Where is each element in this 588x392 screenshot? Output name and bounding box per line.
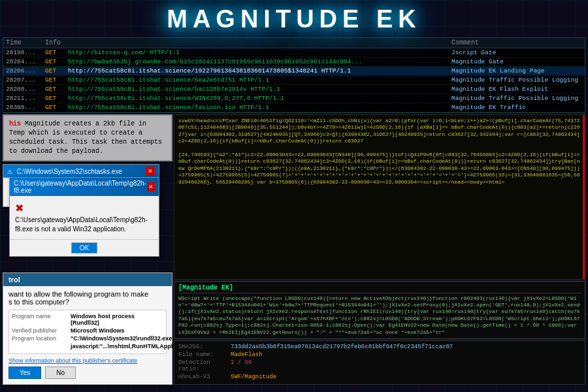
- log-comment: Magnitude EK Landing Page: [451, 67, 582, 74]
- hash-row-av: AhnLab-V3 SWF/Magnitude: [178, 374, 581, 380]
- log-time: 28204...: [6, 58, 45, 65]
- log-time: 28206...: [6, 67, 45, 74]
- detail-row-publisher: Verified publisher Microsoft Windows: [12, 327, 163, 334]
- error-icon: ✖: [15, 201, 24, 216]
- log-method: GET: [45, 58, 68, 65]
- filename-value: MadeFlash: [231, 351, 581, 358]
- log-row[interactable]: 28308... GET http://755cat58c8i.itshat.s…: [3, 103, 585, 112]
- log-comment: Magnitude Gate: [451, 58, 582, 65]
- log-url: http://755cat58c8i.itshat.science/bac128…: [68, 86, 451, 93]
- log-url: http://755cat58c8i.itshat.science/WINX20…: [68, 95, 451, 102]
- detail-label-name: Program name: [12, 313, 71, 326]
- log-url: http://755cat58c8i.itshat.science/6ea2e0…: [68, 76, 451, 84]
- error-buttons: OK: [10, 239, 159, 256]
- detail-value-name: Windows host process (Rundll32): [71, 313, 163, 326]
- uac-dialog: trol want to allow the following program…: [3, 272, 172, 385]
- uac-link[interactable]: Show information about this publisher's …: [8, 357, 167, 364]
- detail-label-location: Program location: [12, 335, 71, 342]
- ok-button[interactable]: OK: [71, 242, 97, 253]
- uac-cert-link[interactable]: Show information about this publisher's …: [8, 357, 137, 364]
- log-url: http://bitcoin-q.com/ HTTP/1.1: [68, 49, 451, 56]
- detail-row-location: Program location "C:\Windows\System32\ru…: [12, 335, 163, 342]
- warning-icon: ⚠: [7, 169, 12, 175]
- detail-label-args: [12, 343, 71, 350]
- description-text: his Magnitude creates a 2kb file in Temp…: [9, 120, 162, 155]
- uac-body: want to allow the following program to m…: [3, 286, 172, 384]
- uac-no-button[interactable]: No: [45, 367, 76, 379]
- log-comment: Magnitude Traffic Possible Logging: [451, 95, 582, 102]
- log-row[interactable]: 28208... GET http://755cat58c8i.itshat.s…: [3, 85, 585, 94]
- uac-question: want to allow the following program to m…: [8, 290, 167, 306]
- uac-buttons: Yes No: [8, 364, 167, 380]
- analysis-box: [Magnitude EK] WScript.Write (unescape("…: [174, 281, 585, 339]
- uac-yes-button[interactable]: Yes: [8, 367, 41, 379]
- log-row[interactable]: 28204... GET http://bw9a8363bj.growsbe.c…: [3, 57, 585, 67]
- log-method: GET: [45, 49, 68, 56]
- network-log: Time Info Comment 28198... GET http://bi…: [3, 37, 585, 113]
- error-dialog: C:\Users\gateway\AppData\Local\Temp\g82h…: [9, 177, 159, 257]
- log-time: 28207...: [6, 76, 45, 84]
- av-label: AhnLab-V3: [178, 374, 231, 380]
- sha256-value: 733dd2aa5b3b8f315ea076134cd21797b2feb6c8…: [231, 344, 581, 350]
- log-method: GET: [45, 67, 68, 74]
- log-time: 28211...: [6, 95, 45, 102]
- log-comment: Jscript Gate: [451, 49, 582, 56]
- log-row[interactable]: 28211... GET http://755cat58c8i.itshat.s…: [3, 94, 585, 103]
- log-time: 28198...: [6, 49, 45, 56]
- log-comment: Magnitude EK Flash Exploit: [451, 86, 582, 93]
- close-button[interactable]: ✕: [146, 167, 155, 176]
- error-dialog-title: C:\Users\gateway\AppData\Local\Temp\g82h…: [14, 180, 147, 194]
- uac-header: trol: [3, 273, 172, 286]
- code-content: xvwGY=head>crcPCvar ZNEi0=4051fig=QO2110…: [174, 115, 585, 279]
- title-bar: MAGNITUDE EK: [0, 0, 588, 36]
- left-panel: his Magnitude creates a 2kb file in Temp…: [3, 114, 172, 385]
- hash-row-filename: File name: MadeFlash: [178, 351, 581, 358]
- log-comment: Magnitude EK Traffic: [451, 104, 582, 111]
- error-titlebar: C:\Users\gateway\AppData\Local\Temp\g82h…: [10, 178, 159, 196]
- error-body: ✖ C:\Users\gateway\AppData\Local\Temp\g8…: [10, 196, 159, 239]
- log-row[interactable]: 28198... GET http://bitcoin-q.com/ HTTP/…: [3, 48, 585, 57]
- right-panel: xvwGY=head>crcPCvar ZNEi0=4051fig=QO2110…: [174, 114, 585, 385]
- col-time: Time: [6, 39, 45, 46]
- detail-value-publisher: Microsoft Windows: [71, 327, 163, 334]
- dialog-title: ⚠ C:\Windows\System32\schtasks.exe: [7, 168, 122, 175]
- log-row[interactable]: 28207... GET http://755cat58c8i.itshat.s…: [3, 76, 585, 85]
- uac-title: trol: [8, 276, 20, 284]
- log-method: GET: [45, 104, 68, 111]
- log-time: 28308...: [6, 104, 45, 111]
- log-row[interactable]: 28206... GET http://755cat58c8i.itshat.s…: [3, 67, 585, 76]
- log-method: GET: [45, 95, 68, 102]
- log-time: 28208...: [6, 86, 45, 93]
- analysis-code: WScript.Write (unescape("function L0SD0(…: [178, 295, 581, 336]
- error-message: C:\Users\gateway\AppData\Local\Temp\g82h…: [15, 216, 148, 233]
- detail-value-location: "C:\Windows\System32\rundll32.exe": [71, 335, 175, 342]
- hash-row-sha256: SHA256: 733dd2aa5b3b8f315ea076134cd21797…: [178, 344, 581, 350]
- error-close-button[interactable]: ✕: [147, 182, 155, 191]
- log-header: Time Info Comment: [3, 38, 585, 48]
- col-comment: Comment: [451, 39, 582, 46]
- detail-row-name: Program name Windows host process (Rundl…: [12, 313, 163, 326]
- analysis-title: [Magnitude EK]: [178, 284, 581, 293]
- dialog-container: ⚠ C:\Windows\System32\schtasks.exe ✕ ⚠ W…: [3, 164, 172, 269]
- col-info: Info: [45, 39, 68, 46]
- log-url: http://755cat58c8i.itshat.science/favico…: [68, 104, 451, 111]
- description-box: his Magnitude creates a 2kb file in Temp…: [3, 114, 172, 161]
- av-value: SWF/Magnitude: [231, 374, 581, 380]
- col-url: [68, 39, 451, 46]
- log-comment: Magnitude Traffic Possible Logging: [451, 76, 582, 84]
- bottom-section: his Magnitude creates a 2kb file in Temp…: [3, 114, 585, 363]
- dialog-titlebar: ⚠ C:\Windows\System32\schtasks.exe ✕: [3, 165, 159, 178]
- hash-row-detection: Detection ratio: 1 / 56: [178, 359, 581, 372]
- log-url: http://755cat58c8i.itshat.science/192279…: [68, 67, 451, 74]
- detail-label-publisher: Verified publisher: [12, 327, 71, 334]
- detection-label: Detection ratio:: [178, 359, 231, 372]
- main-container: MAGNITUDE EK Time Info Comment 28198... …: [0, 0, 588, 392]
- hash-box: SHA256: 733dd2aa5b3b8f315ea076134cd21797…: [174, 340, 585, 385]
- filename-label: File name:: [178, 351, 231, 358]
- page-title: MAGNITUDE EK: [0, 5, 588, 33]
- log-method: GET: [45, 86, 68, 93]
- sha256-label: SHA256:: [178, 344, 231, 350]
- uac-details: Program name Windows host process (Rundl…: [8, 310, 167, 354]
- log-method: GET: [45, 76, 68, 84]
- detail-row-args: javascript:"...\mshtml,RunHTMLApplicatio…: [12, 343, 163, 350]
